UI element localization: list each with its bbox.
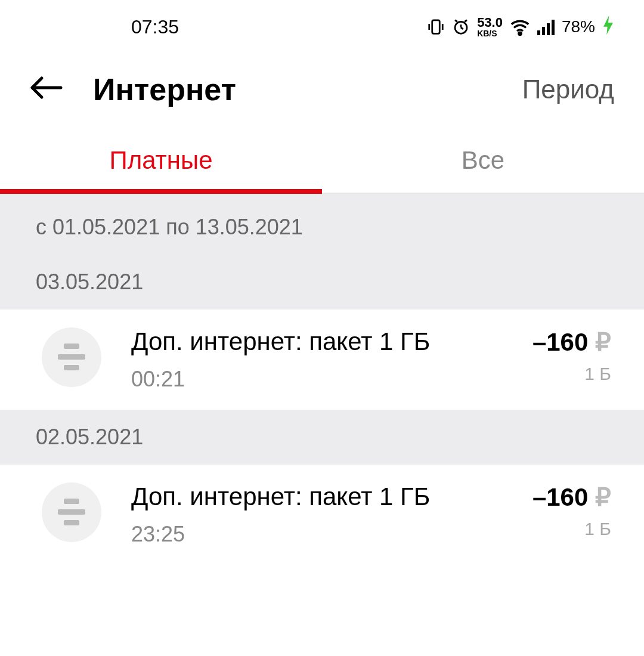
back-button[interactable] (30, 72, 93, 107)
transaction-item[interactable]: Доп. интернет: пакет 1 ГБ 23:25 –160 ₽ 1… (0, 465, 644, 565)
globe-icon (42, 327, 101, 387)
date-range-header: с 01.05.2021 по 13.05.2021 (0, 194, 644, 255)
header: Интернет Период (0, 54, 644, 131)
transaction-item[interactable]: Доп. интернет: пакет 1 ГБ 00:21 –160 ₽ 1… (0, 310, 644, 410)
globe-icon (42, 482, 101, 542)
battery-percentage: 78% (562, 17, 595, 36)
tab-paid[interactable]: Платные (0, 131, 322, 193)
transaction-title: Доп. интернет: пакет 1 ГБ (131, 327, 521, 356)
date-header: 03.05.2021 (0, 255, 644, 310)
page-title: Интернет (93, 72, 236, 107)
vibrate-icon (427, 18, 445, 36)
transaction-sub: 1 Б (532, 364, 611, 384)
transaction-amount: –160 ₽ (532, 482, 611, 512)
transaction-content: Доп. интернет: пакет 1 ГБ 23:25 (131, 482, 521, 547)
transaction-right: –160 ₽ 1 Б (532, 482, 611, 539)
transaction-right: –160 ₽ 1 Б (532, 327, 611, 384)
date-header: 02.05.2021 (0, 410, 644, 465)
network-speed: 53.0 KB/S (477, 16, 503, 38)
status-right: 53.0 KB/S 78% (427, 16, 614, 39)
transaction-amount: –160 ₽ (532, 327, 611, 357)
period-button[interactable]: Период (522, 75, 614, 104)
tab-all[interactable]: Все (322, 131, 644, 193)
svg-rect-0 (432, 20, 440, 34)
svg-point-8 (519, 32, 521, 35)
svg-line-5 (461, 27, 463, 29)
status-time: 07:35 (131, 16, 179, 38)
transaction-sub: 1 Б (532, 519, 611, 539)
alarm-icon (452, 18, 470, 36)
transaction-time: 00:21 (131, 367, 521, 392)
svg-line-6 (455, 20, 457, 22)
svg-line-7 (465, 20, 467, 22)
status-bar: 07:35 53.0 KB/S (0, 0, 644, 54)
transaction-time: 23:25 (131, 522, 521, 547)
transaction-content: Доп. интернет: пакет 1 ГБ 00:21 (131, 327, 521, 392)
transaction-title: Доп. интернет: пакет 1 ГБ (131, 482, 521, 511)
tabs: Платные Все (0, 131, 644, 194)
charging-icon (602, 16, 614, 39)
wifi-icon (510, 18, 530, 36)
signal-icon (537, 18, 555, 35)
